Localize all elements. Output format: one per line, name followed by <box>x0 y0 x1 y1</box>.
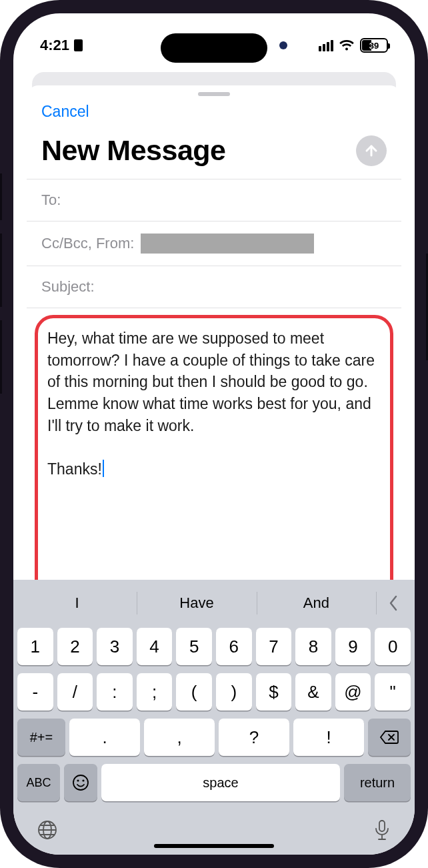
key-dollar[interactable]: $ <box>256 673 292 711</box>
svg-point-2 <box>82 779 84 781</box>
key-exclaim[interactable]: ! <box>293 719 364 756</box>
suggestion-3[interactable]: And <box>257 585 376 621</box>
key-semicolon[interactable]: ; <box>137 673 173 711</box>
key-7[interactable]: 7 <box>256 628 292 665</box>
suggestion-1[interactable]: I <box>17 585 137 621</box>
key-4[interactable]: 4 <box>137 628 173 665</box>
battery-percent: 39 <box>361 41 387 51</box>
home-indicator[interactable] <box>154 844 274 848</box>
mute-switch <box>0 173 2 220</box>
key-2[interactable]: 2 <box>57 628 93 665</box>
key-colon[interactable]: : <box>97 673 133 711</box>
key-row-punct: #+= . , ? ! <box>17 719 411 756</box>
subject-field[interactable]: Subject: <box>27 266 401 308</box>
ccbcc-label: Cc/Bcc, From: <box>41 235 134 252</box>
key-emoji[interactable] <box>64 764 97 801</box>
key-row-symbols: - / : ; ( ) $ & @ " <box>17 673 411 711</box>
globe-icon[interactable] <box>36 819 59 843</box>
key-6[interactable]: 6 <box>216 628 252 665</box>
key-period[interactable]: . <box>69 719 140 756</box>
compose-title: New Message <box>41 134 226 167</box>
key-slash[interactable]: / <box>57 673 93 711</box>
screen: 4:21 39 Cancel <box>13 13 415 855</box>
text-cursor <box>103 460 104 477</box>
key-at[interactable]: @ <box>335 673 371 711</box>
key-quote[interactable]: " <box>375 673 411 711</box>
key-lparen[interactable]: ( <box>176 673 212 711</box>
ccbcc-from-field[interactable]: Cc/Bcc, From: <box>27 221 401 266</box>
battery-icon: 39 <box>360 38 388 53</box>
key-3[interactable]: 3 <box>97 628 133 665</box>
key-amp[interactable]: & <box>295 673 331 711</box>
send-button[interactable] <box>356 135 387 166</box>
to-field[interactable]: To: <box>27 179 401 221</box>
key-5[interactable]: 5 <box>176 628 212 665</box>
key-symbol-switch[interactable]: #+= <box>17 719 65 756</box>
key-rparen[interactable]: ) <box>216 673 252 711</box>
dictation-icon[interactable] <box>372 819 392 843</box>
svg-point-0 <box>73 775 88 790</box>
phone-frame: 4:21 39 Cancel <box>0 0 428 868</box>
key-backspace[interactable] <box>368 719 411 756</box>
subject-label: Subject: <box>41 278 95 296</box>
cellular-icon <box>319 40 333 51</box>
keyboard: I Have And 1 2 3 4 5 6 7 8 9 0 - <box>13 580 415 855</box>
key-abc[interactable]: ABC <box>17 764 60 801</box>
key-1[interactable]: 1 <box>17 628 53 665</box>
suggestion-collapse-icon[interactable] <box>376 585 411 621</box>
camera-dot <box>279 41 287 49</box>
key-comma[interactable]: , <box>144 719 215 756</box>
key-9[interactable]: 9 <box>335 628 371 665</box>
cancel-button[interactable]: Cancel <box>41 99 89 125</box>
key-space[interactable]: space <box>101 764 340 801</box>
message-body[interactable]: Hey, what time are we supposed to meet t… <box>47 328 381 480</box>
sim-icon <box>74 39 83 51</box>
key-8[interactable]: 8 <box>295 628 331 665</box>
volume-down-button <box>0 320 2 394</box>
key-question[interactable]: ? <box>219 719 289 756</box>
volume-up-button <box>0 234 2 307</box>
to-label: To: <box>41 191 61 209</box>
key-dash[interactable]: - <box>17 673 53 711</box>
key-return[interactable]: return <box>344 764 411 801</box>
key-row-numbers: 1 2 3 4 5 6 7 8 9 0 <box>17 628 411 665</box>
wifi-icon <box>339 39 355 51</box>
suggestion-bar: I Have And <box>17 585 411 621</box>
suggestion-2[interactable]: Have <box>137 585 256 621</box>
svg-rect-5 <box>379 821 385 831</box>
dynamic-island <box>161 33 267 63</box>
from-redacted <box>141 234 314 254</box>
key-0[interactable]: 0 <box>375 628 411 665</box>
status-time: 4:21 <box>40 37 69 54</box>
svg-point-1 <box>77 779 79 781</box>
key-row-bottom: ABC space return <box>17 764 411 801</box>
